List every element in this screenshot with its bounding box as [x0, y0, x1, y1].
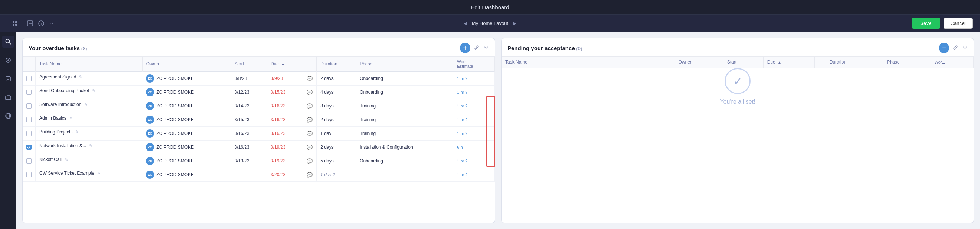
- sidebar-globe[interactable]: [2, 110, 14, 122]
- comment-cell[interactable]: 💬: [303, 99, 317, 113]
- start-date-cell: 3/12/23: [231, 85, 267, 99]
- overdue-edit-button[interactable]: [474, 45, 480, 51]
- start-date-cell: 3/14/23: [231, 99, 267, 113]
- comment-cell[interactable]: 💬: [303, 113, 317, 127]
- due-date-cell: 3/16/23: [267, 127, 303, 141]
- table-row: Network Installation &...✎ZCZC PROD SMOK…: [23, 141, 495, 154]
- phase-cell: Onboarding: [356, 85, 453, 99]
- toolbar: + + i ··· ◀ My Home Layout ▶ Save Cancel: [0, 15, 980, 32]
- edit-task-icon[interactable]: ✎: [69, 116, 73, 121]
- pcol-workest[interactable]: Wor...: [931, 56, 973, 68]
- table-row: Building Projects✎ZCZC PROD SMOKE3/16/23…: [23, 127, 495, 141]
- overdue-tasks-table-wrapper: Task Name Owner Start Due ▲ Duration Pha…: [23, 56, 495, 223]
- edit-task-icon[interactable]: ✎: [79, 75, 83, 80]
- table-row: Send Onboarding Packet✎ZCZC PROD SMOKE3/…: [23, 85, 495, 99]
- pcol-due[interactable]: Due ▲: [763, 56, 815, 68]
- col-owner[interactable]: Owner: [142, 56, 231, 72]
- work-estimate-cell: 1 hr ?: [453, 85, 495, 99]
- avatar: ZC: [146, 157, 154, 165]
- pcol-start[interactable]: Start: [723, 56, 763, 68]
- pcol-duration[interactable]: Duration: [826, 56, 883, 68]
- overdue-tasks-header: Your overdue tasks (8) +: [23, 38, 495, 56]
- task-checkbox-cell[interactable]: [23, 99, 36, 113]
- comment-cell[interactable]: 💬: [303, 72, 317, 85]
- start-date-cell: [231, 168, 267, 182]
- pending-title: Pending your acceptance: [508, 45, 575, 51]
- overdue-tasks-count: (8): [81, 46, 87, 51]
- col-due[interactable]: Due ▲: [267, 56, 303, 72]
- task-checkbox-cell[interactable]: [23, 85, 36, 99]
- sidebar-search[interactable]: [2, 36, 14, 48]
- col-phase[interactable]: Phase: [356, 56, 453, 72]
- cancel-button[interactable]: Cancel: [943, 18, 972, 29]
- col-duration[interactable]: Duration: [317, 56, 356, 72]
- phase-cell: Training: [356, 113, 453, 127]
- avatar: ZC: [146, 88, 154, 96]
- sidebar-home[interactable]: [2, 54, 14, 66]
- owner-cell: ZCZC PROD SMOKE: [142, 168, 231, 182]
- pcol-owner[interactable]: Owner: [675, 56, 723, 68]
- pending-expand-button[interactable]: [962, 45, 968, 51]
- pending-empty-state: ✓ You're all set!: [501, 68, 974, 105]
- task-name-cell: Send Onboarding Packet✎: [36, 85, 102, 96]
- sidebar-projects[interactable]: [2, 91, 14, 103]
- duration-cell: 1 day: [317, 127, 356, 141]
- work-estimate-cell: 1 hr ?: [453, 99, 495, 113]
- overdue-add-button[interactable]: +: [460, 43, 470, 53]
- owner-cell: ZCZC PROD SMOKE: [142, 154, 231, 168]
- comment-cell[interactable]: 💬: [303, 127, 317, 141]
- task-checkbox-cell[interactable]: [23, 154, 36, 168]
- overdue-expand-button[interactable]: [483, 45, 489, 51]
- top-bar: Edit Dashboard: [0, 0, 980, 15]
- avatar: ZC: [146, 171, 154, 179]
- pending-table: Task Name Owner Start Due ▲ Duration Pha…: [501, 56, 974, 68]
- add-widget-icon[interactable]: +: [8, 21, 18, 26]
- task-checkbox-cell[interactable]: [23, 113, 36, 127]
- prev-layout-icon[interactable]: ◀: [464, 21, 467, 26]
- col-checkbox: [23, 56, 36, 72]
- due-date-cell: 3/16/23: [267, 113, 303, 127]
- duration-cell: 2 days: [317, 113, 356, 127]
- toolbar-center: ◀ My Home Layout ▶: [464, 21, 516, 26]
- edit-task-icon[interactable]: ✎: [92, 88, 95, 93]
- col-start[interactable]: Start: [231, 56, 267, 72]
- comment-cell[interactable]: 💬: [303, 141, 317, 154]
- comment-cell[interactable]: 💬: [303, 85, 317, 99]
- task-checkbox-cell[interactable]: [23, 141, 36, 154]
- task-checkbox-cell[interactable]: [23, 168, 36, 182]
- phase-cell: Onboarding: [356, 72, 453, 85]
- duration-cell: 2 days: [317, 141, 356, 154]
- task-checkbox-cell[interactable]: [23, 72, 36, 85]
- comment-cell[interactable]: 💬: [303, 168, 317, 182]
- edit-task-icon[interactable]: ✎: [84, 102, 88, 107]
- svg-rect-0: [13, 21, 14, 23]
- info-icon[interactable]: i: [38, 21, 44, 26]
- save-button[interactable]: Save: [912, 18, 940, 29]
- add-layout-icon[interactable]: +: [23, 21, 33, 26]
- due-date-cell: 3/20/23: [267, 168, 303, 182]
- avatar: ZC: [146, 130, 154, 138]
- pcol-phase[interactable]: Phase: [883, 56, 931, 68]
- pending-edit-button[interactable]: [953, 45, 958, 51]
- col-workest[interactable]: WorkEstimate: [453, 56, 495, 72]
- comment-cell[interactable]: 💬: [303, 154, 317, 168]
- avatar: ZC: [146, 74, 154, 83]
- pending-add-button[interactable]: +: [939, 43, 949, 53]
- pcol-comment: [815, 56, 826, 68]
- due-date-cell: 3/15/23: [267, 85, 303, 99]
- edit-task-icon[interactable]: ✎: [75, 130, 79, 135]
- overdue-tasks-title: Your overdue tasks: [29, 45, 80, 51]
- layout-name: My Home Layout: [472, 21, 508, 26]
- main-content: Your overdue tasks (8) + Task Name: [16, 32, 980, 229]
- more-options-icon[interactable]: ···: [49, 20, 56, 27]
- sidebar-tasks[interactable]: [2, 73, 14, 85]
- col-comment: [303, 56, 317, 72]
- col-taskname[interactable]: Task Name: [36, 56, 143, 72]
- next-layout-icon[interactable]: ▶: [513, 21, 516, 26]
- pcol-taskname[interactable]: Task Name: [501, 56, 675, 68]
- edit-task-icon[interactable]: ✎: [97, 171, 100, 176]
- edit-task-icon[interactable]: ✎: [65, 157, 68, 162]
- edit-task-icon[interactable]: ✎: [89, 144, 92, 148]
- owner-cell: ZCZC PROD SMOKE: [142, 72, 231, 85]
- task-checkbox-cell[interactable]: [23, 127, 36, 141]
